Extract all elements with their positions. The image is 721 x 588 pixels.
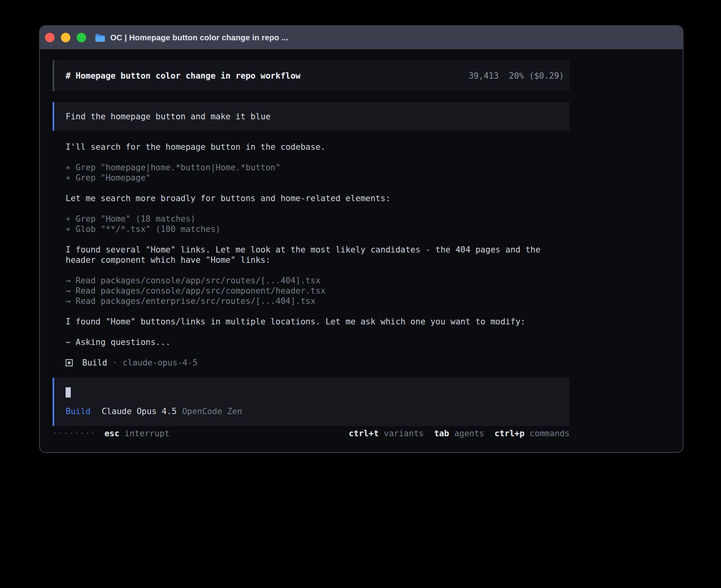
agent-name: Build [82,358,107,368]
hint-key: ctrl+t [349,428,379,439]
agent-separator: · [112,358,117,368]
hint-label: interrupt [125,428,170,439]
hint-label: variants [384,428,424,439]
assistant-text-line: I found several "Home" links. Let me loo… [66,245,570,255]
assistant-message: I found "Home" buttons/links in multiple… [66,317,570,327]
titlebar[interactable]: OC | Homepage button color change in rep… [40,26,683,49]
conversation: I'll search for the homepage button in t… [53,142,570,368]
agent-build-icon [66,359,73,366]
tool-call-line: ∗ Grep "Home" (18 matches) [66,214,570,224]
assistant-message: I'll search for the homepage button in t… [66,142,570,152]
user-message: Find the homepage button and make it blu… [53,102,570,131]
session-title: # Homepage button color change in repo w… [66,71,300,81]
tool-call-line: ∗ Grep "homepage|home.*button|Home.*butt… [66,162,570,173]
tool-call-line: ∗ Grep "Homepage" [66,173,570,183]
tool-call-group: ∗ Grep "homepage|home.*button|Home.*butt… [66,162,570,183]
status-bar: ········ esc interrupt ctrl+t variants t… [53,428,570,439]
assistant-text-line: ~ Asking questions... [66,337,570,347]
input-meta: Build Claude Opus 4.5 OpenCode Zen [66,406,564,416]
agent-model: claude-opus-4-5 [123,358,198,368]
traffic-lights [45,33,86,42]
assistant-text-line: Let me search more broadly for buttons a… [66,193,570,204]
hint-label: agents [454,428,484,439]
token-count: 39,413 [469,71,499,81]
user-message-text: Find the homepage button and make it blu… [66,111,270,122]
text-cursor [66,387,71,398]
assistant-text-line: I found "Home" buttons/links in multiple… [66,317,570,327]
tool-call-line: ∗ Glob "**/*.tsx" (100 matches) [66,224,570,234]
prompt-input[interactable]: Build Claude Opus 4.5 OpenCode Zen [53,378,570,426]
tool-call-line: → Read packages/console/app/src/componen… [66,286,570,296]
model-name: Claude Opus 4.5 [102,406,177,416]
status-bar-left: ········ esc interrupt [53,428,170,439]
hint-label: commands [530,428,570,439]
folder-icon [95,34,106,42]
assistant-text-line: header component which have "Home" links… [66,255,570,265]
mode-label: Build [66,406,91,416]
session-stats: 39,413 20% ($0.29) [469,71,564,81]
window-title: OC | Homepage button color change in rep… [110,33,288,42]
hint-key: esc [104,428,119,439]
spinner: ········ [53,428,96,439]
tool-call-line: → Read packages/console/app/src/routes/[… [66,275,570,286]
agent-status: Build · claude-opus-4-5 [66,358,570,368]
status-bar-right: ctrl+t variants tab agents ctrl+p comman… [349,428,570,439]
minimize-button[interactable] [61,33,70,42]
tool-call-group: ∗ Grep "Home" (18 matches) ∗ Glob "**/*.… [66,214,570,234]
hint-commands: ctrl+p commands [495,428,570,439]
assistant-message: Let me search more broadly for buttons a… [66,193,570,204]
hint-key: ctrl+p [495,428,525,439]
terminal-window: OC | Homepage button color change in rep… [39,25,683,453]
context-percent: 20% [509,71,524,81]
hint-agents: tab agents [434,428,484,439]
provider-name: OpenCode Zen [182,406,242,416]
zoom-button[interactable] [77,33,86,42]
close-button[interactable] [45,33,55,42]
tool-call-line: → Read packages/enterprise/src/routes/[.… [66,296,570,306]
terminal-content: # Homepage button color change in repo w… [40,49,683,452]
hint-key: tab [434,428,449,439]
session-header: # Homepage button color change in repo w… [53,60,570,91]
tool-call-group: → Read packages/console/app/src/routes/[… [66,275,570,306]
assistant-message: I found several "Home" links. Let me loo… [66,245,570,265]
assistant-text-line: I'll search for the homepage button in t… [66,142,570,152]
hint-interrupt: esc interrupt [104,428,170,439]
hint-variants: ctrl+t variants [349,428,424,439]
session-cost: ($0.29) [529,71,564,81]
assistant-message: ~ Asking questions... [66,337,570,347]
